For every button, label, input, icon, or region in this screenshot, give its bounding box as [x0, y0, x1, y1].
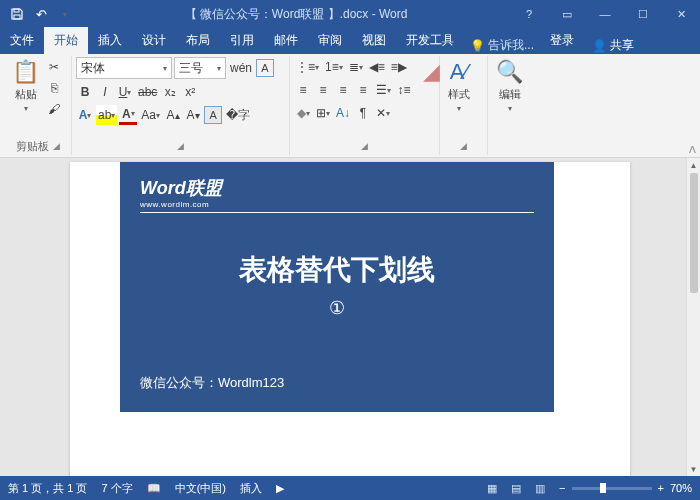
view-print-button[interactable]: ▤ [511, 482, 521, 495]
text-effects-button[interactable]: A▾ [76, 105, 94, 125]
minimize-icon[interactable]: — [586, 0, 624, 28]
sort-button[interactable]: A↓ [334, 103, 352, 123]
slide-number: ① [140, 297, 534, 319]
zoom-in-button[interactable]: + [658, 482, 664, 494]
asian-layout-button[interactable]: ✕▾ [374, 103, 392, 123]
find-icon: 🔍 [496, 59, 523, 85]
brand-url: www.wordlm.com [140, 200, 534, 213]
document-area[interactable]: Word联盟 www.wordlm.com 表格替代下划线 ① 微信公众号：Wo… [0, 158, 700, 476]
collapse-ribbon-icon[interactable]: ᐱ [689, 144, 696, 155]
grow-font-button[interactable]: A▴ [164, 105, 182, 125]
strikethrough-button[interactable]: abc [136, 82, 159, 102]
font-family-select[interactable]: 宋体▾ [76, 57, 172, 79]
status-mode[interactable]: 插入 [240, 481, 262, 496]
italic-button[interactable]: I [96, 82, 114, 102]
tab-view[interactable]: 视图 [352, 27, 396, 54]
bullets-button[interactable]: ⋮≡▾ [294, 57, 321, 77]
status-lang[interactable]: 中文(中国) [175, 481, 226, 496]
dialog-launcher-icon[interactable]: ◢ [361, 141, 368, 151]
slide-image: Word联盟 www.wordlm.com 表格替代下划线 ① 微信公众号：Wo… [120, 162, 554, 412]
status-spell-icon[interactable]: 📖 [147, 482, 161, 495]
multilevel-button[interactable]: ≣▾ [347, 57, 365, 77]
align-right-button[interactable]: ≡ [334, 80, 352, 100]
show-marks-button[interactable]: ¶ [354, 103, 372, 123]
help-icon[interactable]: ? [510, 0, 548, 28]
distribute-button[interactable]: ☰▾ [374, 80, 393, 100]
borders-button[interactable]: ⊞▾ [314, 103, 332, 123]
superscript-button[interactable]: x² [181, 82, 199, 102]
format-painter-button[interactable]: 🖌 [45, 99, 63, 119]
tab-layout[interactable]: 布局 [176, 27, 220, 54]
svg-rect-0 [14, 9, 19, 12]
underline-button[interactable]: U▾ [116, 82, 134, 102]
char-border-button[interactable]: A [256, 59, 274, 77]
tell-me[interactable]: 💡告诉我... [464, 37, 540, 54]
brand-logo: Word联盟 [140, 176, 534, 200]
status-page[interactable]: 第 1 页，共 1 页 [8, 481, 87, 496]
change-case-button[interactable]: Aa▾ [139, 105, 162, 125]
tab-insert[interactable]: 插入 [88, 27, 132, 54]
phonetic-guide-button[interactable]: wén [228, 58, 254, 78]
window-title: 【 微信公众号：Word联盟 】.docx - Word [82, 6, 510, 23]
zoom-level[interactable]: 70% [670, 482, 692, 494]
status-words[interactable]: 7 个字 [101, 481, 132, 496]
clipboard-group-label: 剪贴板 [16, 139, 49, 154]
scroll-up-icon[interactable]: ▲ [687, 158, 701, 172]
increase-indent-button[interactable]: ≡▶ [389, 57, 409, 77]
view-web-button[interactable]: ▥ [535, 482, 545, 495]
styles-icon: A⁄ [450, 59, 468, 85]
align-center-button[interactable]: ≡ [314, 80, 332, 100]
line-spacing-button[interactable]: ↕≡ [395, 80, 413, 100]
slide-title: 表格替代下划线 [140, 251, 534, 289]
scroll-thumb[interactable] [690, 173, 698, 293]
enclose-char-button[interactable]: �字 [224, 105, 252, 125]
close-icon[interactable]: ✕ [662, 0, 700, 28]
eraser-icon: ◢ [423, 59, 440, 85]
dialog-launcher-icon[interactable]: ◢ [460, 141, 467, 151]
scroll-down-icon[interactable]: ▼ [687, 462, 701, 476]
shading-button[interactable]: ◆▾ [294, 103, 312, 123]
bold-button[interactable]: B [76, 82, 94, 102]
zoom-slider[interactable] [572, 487, 652, 490]
tab-mailings[interactable]: 邮件 [264, 27, 308, 54]
login-link[interactable]: 登录 [540, 27, 584, 54]
tab-design[interactable]: 设计 [132, 27, 176, 54]
vertical-scrollbar[interactable]: ▲ ▼ [686, 158, 700, 476]
bulb-icon: 💡 [470, 39, 485, 53]
subscript-button[interactable]: x₂ [161, 82, 179, 102]
maximize-icon[interactable]: ☐ [624, 0, 662, 28]
zoom-out-button[interactable]: − [559, 482, 565, 494]
save-icon[interactable] [6, 3, 28, 25]
font-color-button[interactable]: A▾ [119, 105, 137, 125]
numbering-button[interactable]: 1≡▾ [323, 57, 345, 77]
dialog-launcher-icon[interactable]: ◢ [177, 141, 184, 151]
tab-file[interactable]: 文件 [0, 27, 44, 54]
ribbon-display-icon[interactable]: ▭ [548, 0, 586, 28]
status-macro-icon[interactable]: ▶ [276, 482, 284, 495]
justify-button[interactable]: ≡ [354, 80, 372, 100]
redo-icon[interactable]: ▾ [54, 3, 76, 25]
chevron-down-icon: ▾ [24, 104, 28, 113]
cut-button[interactable]: ✂ [45, 57, 63, 77]
align-left-button[interactable]: ≡ [294, 80, 312, 100]
copy-button[interactable]: ⎘ [45, 78, 63, 98]
font-size-select[interactable]: 三号▾ [174, 57, 226, 79]
tab-references[interactable]: 引用 [220, 27, 264, 54]
editing-button[interactable]: 🔍 编辑 ▾ [492, 57, 527, 115]
highlight-button[interactable]: ab▾ [96, 105, 117, 125]
tab-home[interactable]: 开始 [44, 27, 88, 54]
char-shading-button[interactable]: A [204, 106, 222, 124]
tab-developer[interactable]: 开发工具 [396, 27, 464, 54]
tab-review[interactable]: 审阅 [308, 27, 352, 54]
share-button[interactable]: 👤共享 [584, 37, 642, 54]
undo-icon[interactable]: ↶ [30, 3, 52, 25]
paste-button[interactable]: 📋 粘贴 ▾ [8, 57, 43, 115]
page: Word联盟 www.wordlm.com 表格替代下划线 ① 微信公众号：Wo… [70, 162, 630, 476]
view-read-button[interactable]: ▦ [487, 482, 497, 495]
share-icon: 👤 [592, 39, 607, 53]
styles-button[interactable]: A⁄ 样式 ▾ [444, 57, 474, 115]
dialog-launcher-icon[interactable]: ◢ [53, 141, 60, 151]
decrease-indent-button[interactable]: ◀≡ [367, 57, 387, 77]
shrink-font-button[interactable]: A▾ [184, 105, 202, 125]
clipboard-icon: 📋 [12, 59, 39, 85]
